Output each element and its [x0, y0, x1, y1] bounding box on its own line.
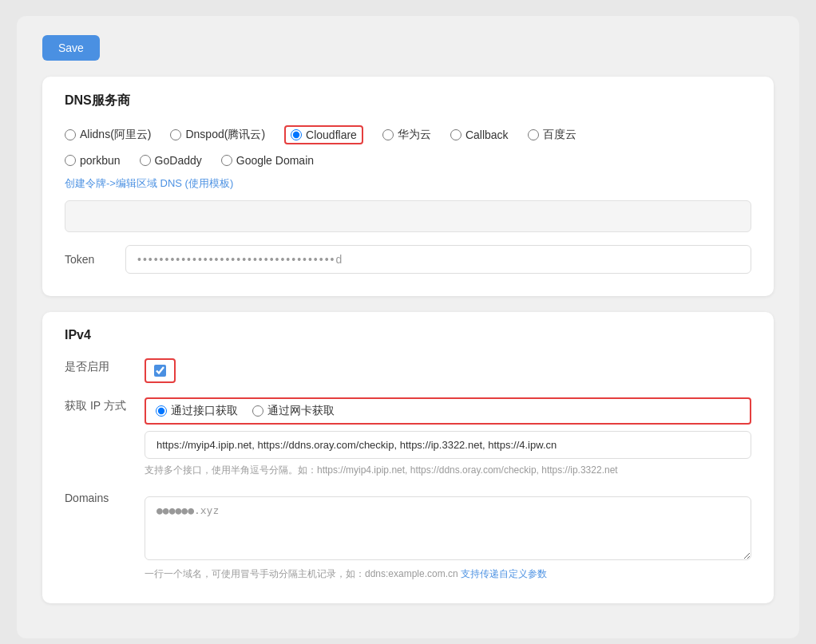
radio-alidns-input[interactable]: [65, 129, 76, 140]
radio-huawei-input[interactable]: [382, 129, 394, 140]
domains-hint: 一行一个域名，可使用冒号手动分隔主机记录，如：ddns:example.com.…: [145, 567, 751, 581]
enable-checkbox-label[interactable]: [154, 365, 166, 377]
radio-callback[interactable]: Callback: [450, 128, 509, 141]
radio-google-label: Google Domain: [236, 154, 314, 167]
radio-interface[interactable]: 通过接口获取: [156, 404, 238, 418]
radio-huawei-label: 华为云: [398, 128, 431, 142]
ip-method-row: 获取 IP 方式 通过接口获取 通过网卡获取 支持多个接口，使用半角逗号分隔。如…: [65, 397, 751, 477]
save-button[interactable]: Save: [42, 35, 100, 61]
radio-nic-label: 通过网卡获取: [267, 404, 335, 418]
radio-godaddy-input[interactable]: [140, 155, 151, 166]
radio-alidns[interactable]: Alidns(阿里云): [65, 128, 151, 142]
radio-godaddy[interactable]: GoDaddy: [140, 154, 202, 167]
domains-row: Domains ●●●●●●.xyz 一行一个域名，可使用冒号手动分隔主机记录，…: [65, 490, 751, 581]
radio-nic[interactable]: 通过网卡获取: [252, 404, 335, 418]
radio-dnspod[interactable]: Dnspod(腾讯云): [170, 128, 265, 142]
radio-baidu-input[interactable]: [528, 129, 539, 140]
dns-provider-radio-group: Alidns(阿里云) Dnspod(腾讯云) Cloudflare 华为云 C…: [65, 125, 751, 144]
dns-card-title: DNS服务商: [65, 93, 751, 109]
radio-interface-label: 通过接口获取: [171, 404, 238, 418]
domains-hint-before: 一行一个域名，可使用冒号手动分隔主机记录，如：ddns:example.com.…: [145, 568, 461, 579]
radio-dnspod-input[interactable]: [170, 129, 181, 140]
radio-google-input[interactable]: [221, 155, 232, 166]
page-container: Save DNS服务商 Alidns(阿里云) Dnspod(腾讯云) Clou…: [17, 16, 799, 638]
radio-cloudflare[interactable]: Cloudflare: [284, 125, 363, 144]
enable-label: 是否启用: [65, 358, 129, 374]
radio-porkbun-label: porkbun: [80, 154, 121, 167]
dns-provider-radio-group-2: porkbun GoDaddy Google Domain: [65, 154, 751, 167]
radio-callback-input[interactable]: [450, 129, 461, 140]
token-input[interactable]: [125, 245, 751, 274]
ip-url-input[interactable]: [145, 431, 751, 459]
radio-nic-input[interactable]: [252, 405, 263, 417]
ipv4-card: IPv4 是否启用 获取 IP 方式 通过接口获取: [42, 312, 774, 603]
radio-google[interactable]: Google Domain: [221, 154, 314, 167]
ip-method-highlight-box: 通过接口获取 通过网卡获取: [145, 397, 751, 425]
radio-callback-label: Callback: [465, 128, 509, 141]
domains-content: ●●●●●●.xyz 一行一个域名，可使用冒号手动分隔主机记录，如：ddns:e…: [145, 490, 751, 581]
domains-hint-link[interactable]: 支持传递自定义参数: [461, 568, 547, 579]
radio-baidu-label: 百度云: [543, 128, 576, 142]
radio-huawei[interactable]: 华为云: [382, 128, 431, 142]
radio-cloudflare-label: Cloudflare: [306, 128, 357, 141]
domains-label: Domains: [65, 490, 129, 504]
enable-row: 是否启用: [65, 358, 751, 385]
radio-dnspod-label: Dnspod(腾讯云): [185, 128, 265, 142]
ip-hint: 支持多个接口，使用半角逗号分隔。如：https://myip4.ipip.net…: [145, 464, 751, 477]
token-label: Token: [65, 253, 113, 266]
domains-textarea[interactable]: ●●●●●●.xyz: [145, 496, 751, 560]
enable-content: [145, 358, 751, 385]
enable-checkbox[interactable]: [154, 365, 166, 377]
cloudflare-disabled-input: [65, 200, 751, 232]
ip-method-content: 通过接口获取 通过网卡获取 支持多个接口，使用半角逗号分隔。如：https://…: [145, 397, 751, 477]
enable-highlight-box: [145, 358, 176, 383]
radio-porkbun[interactable]: porkbun: [65, 154, 121, 167]
radio-godaddy-label: GoDaddy: [155, 154, 202, 167]
ipv4-card-title: IPv4: [65, 328, 751, 342]
radio-interface-input[interactable]: [156, 405, 167, 417]
ip-method-label: 获取 IP 方式: [65, 397, 129, 413]
dns-card: DNS服务商 Alidns(阿里云) Dnspod(腾讯云) Cloudflar…: [42, 77, 774, 296]
radio-porkbun-input[interactable]: [65, 155, 76, 166]
token-row: Token: [65, 245, 751, 274]
radio-cloudflare-input[interactable]: [291, 129, 302, 140]
create-token-link[interactable]: 创建令牌->编辑区域 DNS (使用模板): [65, 177, 233, 189]
radio-baidu[interactable]: 百度云: [528, 128, 576, 142]
radio-alidns-label: Alidns(阿里云): [80, 128, 151, 142]
